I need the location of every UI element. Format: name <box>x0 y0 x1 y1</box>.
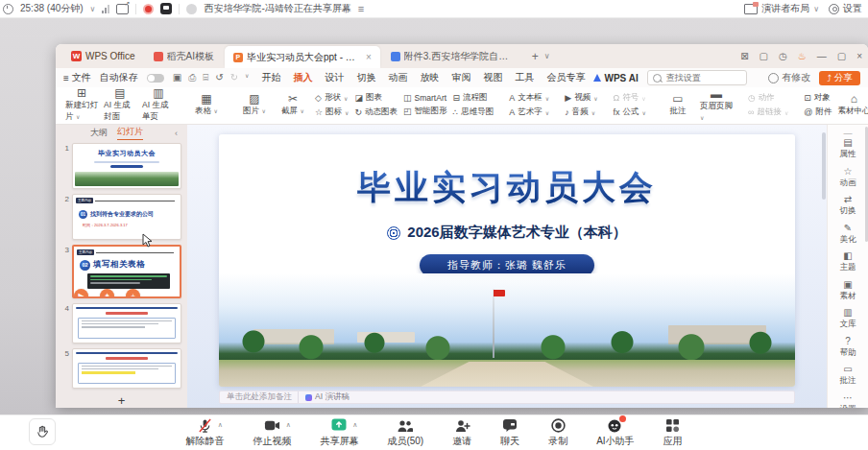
tab-close-icon[interactable]: × <box>366 52 372 62</box>
wordart-button[interactable]: A艺术字∨ <box>509 107 549 118</box>
ai-page-button[interactable]: ▥AI 生成单页 <box>142 88 175 122</box>
command-search[interactable] <box>647 70 747 85</box>
ribbon-tab-design[interactable]: 设计 <box>325 71 344 84</box>
integration-icon[interactable]: ⊠ <box>740 51 748 61</box>
ribbon-tab-insert[interactable]: 插入 <box>293 71 312 84</box>
asset-center-button[interactable]: ⌂素材中心 <box>837 88 868 122</box>
save-icon[interactable]: ▣ <box>173 72 181 83</box>
new-slide-button[interactable]: ⊞新建幻灯片 ∨ <box>65 88 98 122</box>
minimize-button[interactable]: — <box>817 51 827 61</box>
current-slide[interactable]: 毕业实习动员大会 2026届数字媒体艺术专业（本科） 指导教师：张璐 魏舒乐 <box>219 134 795 387</box>
ribbon-tab-review[interactable]: 审阅 <box>451 71 470 84</box>
recording-indicator-icon[interactable] <box>143 4 154 14</box>
sidebar-item-library[interactable]: ▥文库 <box>840 308 856 330</box>
outline-tab[interactable]: 大纲 <box>90 127 108 139</box>
stop-video-button[interactable]: ∧ 停止视频 <box>253 417 291 448</box>
notes-bar[interactable]: 单击此处添加备注 AI 演讲稿 <box>219 391 795 404</box>
unmute-button[interactable]: ∧ 解除静音 <box>185 417 224 448</box>
notes-placeholder[interactable]: 单击此处添加备注 <box>227 391 292 403</box>
sidebar-item-beautify[interactable]: ✎美化 <box>840 224 856 246</box>
editing-canvas[interactable]: 毕业实习动员大会 2026届数字媒体艺术专业（本科） 指导教师：张璐 魏舒乐 <box>187 125 827 408</box>
autosave-toggle[interactable] <box>147 74 164 83</box>
restore-button[interactable]: ▢ <box>837 51 846 61</box>
sharing-list-icon[interactable]: ≡ <box>358 3 364 14</box>
slide-thumbnail-3-selected[interactable]: 3 主要内容 02 填写相关表格 ▶ ✦ <box>60 245 181 298</box>
attachment-button[interactable]: @附件 <box>804 107 832 118</box>
ribbon-tab-tools[interactable]: 工具 <box>515 71 534 84</box>
picture-button[interactable]: ▨图片 ∨ <box>238 88 271 122</box>
modified-status[interactable]: 有修改 <box>768 71 810 84</box>
sidebar-item-properties[interactable]: ▤属性 <box>840 138 856 160</box>
sidebar-item-animation[interactable]: ☆动画 <box>840 167 856 189</box>
ribbon-tab-view[interactable]: 视图 <box>483 71 502 84</box>
sidebar-item-theme[interactable]: ◧主题 <box>840 251 856 273</box>
quickbar-caret-icon[interactable]: ∨ <box>245 72 249 83</box>
ribbon-tab-home[interactable]: 开始 <box>261 71 280 84</box>
symbol-button[interactable]: Ω符号∨ <box>614 92 646 104</box>
history-icon[interactable]: ◷ <box>779 51 787 61</box>
timer-caret-icon[interactable]: ∨ <box>90 5 96 13</box>
header-footer-button[interactable]: ▬页眉页脚 ∨ <box>700 88 733 122</box>
video-options-chevron-icon[interactable]: ∧ <box>286 421 291 429</box>
members-button[interactable]: 成员(50) <box>387 417 423 448</box>
share-options-chevron-icon[interactable]: ∧ <box>352 421 357 429</box>
new-tab-button[interactable]: + <box>528 50 542 63</box>
add-slide-button[interactable]: + <box>56 392 187 408</box>
search-input[interactable] <box>664 72 735 83</box>
layout-switch-button[interactable]: 演讲者布局 ∨ <box>744 2 819 15</box>
wps-home-button[interactable]: W WPS Office <box>63 44 143 68</box>
hyperlink-button[interactable]: ∞超链接∨ <box>748 107 788 118</box>
slide-thumbnail-5[interactable]: 5 <box>60 348 181 389</box>
meeting-timer[interactable]: 25:38 (40分钟) <box>20 2 84 15</box>
chat-button[interactable]: 聊天 <box>500 417 519 448</box>
wps-hotspot-icon[interactable]: ♨ <box>798 51 807 61</box>
invite-button[interactable]: 邀请 <box>452 417 471 448</box>
mic-options-chevron-icon[interactable]: ∧ <box>218 421 223 429</box>
tab-document[interactable]: 附件3.西安培华学院自主分散实习 <box>382 46 526 66</box>
formula-button[interactable]: fx公式∨ <box>614 107 646 118</box>
icon-library-button[interactable]: ☆图标∨ <box>315 107 349 118</box>
tab-list-caret-icon[interactable]: ∨ <box>544 52 550 60</box>
action-button[interactable]: ◷动作 <box>748 92 788 104</box>
sidebar-item-comment[interactable]: ▭批注 <box>840 365 856 387</box>
screenshot-button[interactable]: ✂截屏 ∨ <box>277 88 309 122</box>
table-button[interactable]: ▦表格 ∨ <box>190 88 223 122</box>
comment-button[interactable]: ▭批注 <box>662 88 694 122</box>
record-button[interactable]: 录制 <box>548 417 567 448</box>
output-icon[interactable]: ⎙ <box>188 72 196 83</box>
mindmap-button[interactable]: ∴思维导图 <box>453 107 494 118</box>
close-button[interactable]: × <box>856 51 862 61</box>
smart-graphic-button[interactable]: ◰智能图形 <box>403 106 447 117</box>
slide-title[interactable]: 毕业实习动员大会 <box>219 165 795 210</box>
slides-tab[interactable]: 幻灯片 <box>117 126 143 140</box>
panel-collapse-icon[interactable]: ‹ <box>175 129 178 138</box>
print-icon[interactable]: ⌸ <box>203 72 208 83</box>
ai-cover-button[interactable]: ▤AI 生成封面 <box>104 88 136 122</box>
thumb-play-button[interactable]: ▶ <box>74 289 88 298</box>
settings-button[interactable]: 设置 <box>829 2 862 15</box>
audio-button[interactable]: ♪音频∨ <box>565 107 597 118</box>
raise-hand-button[interactable] <box>29 418 56 445</box>
thumb-add-button[interactable]: + <box>126 289 140 298</box>
wps-ai-button[interactable]: WPS AI <box>593 73 638 83</box>
slide-thumbnail-4[interactable]: 4 <box>60 303 181 343</box>
file-menu-button[interactable]: ≡ 文件 <box>63 71 91 84</box>
share-screen-button[interactable]: ∧ 共享屏幕 <box>320 417 358 448</box>
sidebar-item-transition[interactable]: ⇄切换 <box>840 195 856 217</box>
smartart-button[interactable]: ◫SmartArt <box>403 93 447 103</box>
video-button[interactable]: ▶视频∨ <box>565 92 597 104</box>
tab-docer-template[interactable]: 稻壳AI模板 <box>145 46 223 66</box>
ai-script-button[interactable]: AI 演讲稿 <box>298 391 350 403</box>
slide-thumbnail-2[interactable]: 2 主要内容 01 找到符合专业要求的公司 时间：2026.3.7-2026.3… <box>60 194 181 240</box>
canvas-scrollbar[interactable] <box>822 132 826 200</box>
undo-icon[interactable]: ↺ <box>215 72 223 83</box>
ribbon-tab-transition[interactable]: 切换 <box>356 71 375 84</box>
ribbon-tab-slideshow[interactable]: 放映 <box>420 71 439 84</box>
apps-button[interactable]: 应用 <box>663 417 683 448</box>
ribbon-tab-animation[interactable]: 动画 <box>388 71 407 84</box>
object-button[interactable]: ⊡对象 <box>804 92 832 104</box>
textbox-button[interactable]: A文本框∨ <box>509 92 549 104</box>
popout-window-icon[interactable] <box>116 4 129 14</box>
sidebar-item-settings[interactable]: ⋯设置 <box>840 393 856 409</box>
tab-presentation-active[interactable]: P 毕业实习动员大会ppt - 副本.pptx × <box>225 46 380 68</box>
